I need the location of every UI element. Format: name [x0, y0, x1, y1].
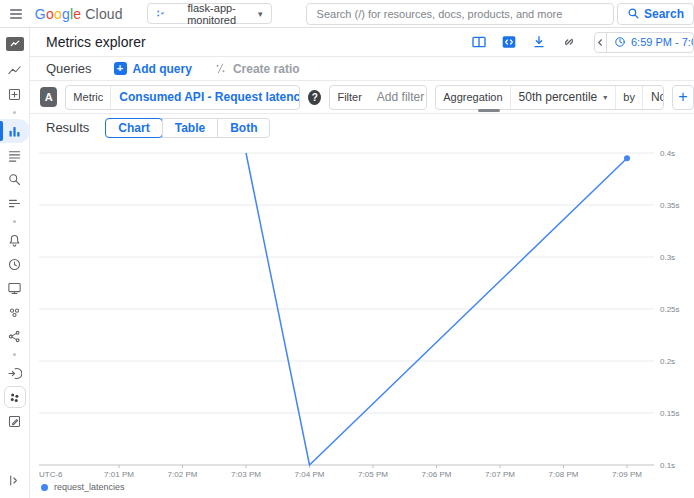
svg-text:0.3s: 0.3s: [660, 253, 675, 262]
add-query-button[interactable]: + Add query: [114, 62, 192, 76]
time-range-value: 6:59 PM - 7:0: [631, 36, 694, 48]
metric-field-group: Metric Consumed API - Request latencies …: [65, 85, 300, 110]
svg-text:7:09 PM: 7:09 PM: [612, 470, 642, 479]
uptime-checks-icon[interactable]: [0, 252, 30, 276]
search-icon: [627, 7, 640, 20]
log-search-icon[interactable]: [0, 167, 30, 191]
project-selector[interactable]: flask-app-monitored ▾: [147, 3, 272, 24]
header-actions: 6:59 PM - 7:0: [470, 32, 694, 53]
filter-field-group: Filter: [329, 85, 427, 110]
tab-both[interactable]: Both: [217, 119, 269, 137]
svg-text:0.1s: 0.1s: [660, 461, 675, 470]
metric-value: Consumed API - Request latencies: [119, 90, 300, 104]
latency-chart[interactable]: 0.4s0.35s0.3s0.25s0.2s0.15s0.1s7:01 PM7:…: [30, 141, 694, 498]
metric-label: Metric: [66, 86, 111, 109]
aggregation-value: 50th percentile: [519, 90, 598, 104]
queries-row: Queries + Add query Create ratio: [30, 57, 694, 81]
svg-text:0.25s: 0.25s: [660, 305, 680, 314]
services-apps-icon[interactable]: [0, 385, 30, 409]
separator-dot: [0, 215, 30, 228]
query-builder-row: A Metric Consumed API - Request latencie…: [30, 81, 694, 114]
chart-canvas[interactable]: 0.4s0.35s0.3s0.25s0.2s0.15s0.1s7:01 PM7:…: [30, 141, 693, 498]
project-icon: [156, 8, 165, 19]
create-ratio-label: Create ratio: [233, 62, 300, 76]
svg-text:7:04 PM: 7:04 PM: [295, 470, 325, 479]
dashboards-grid-icon[interactable]: [0, 82, 30, 106]
results-row: Results Chart Table Both: [30, 114, 694, 141]
time-back-chevron-icon[interactable]: [595, 33, 607, 52]
code-editor-icon[interactable]: [500, 34, 517, 51]
topbar: Google Cloud flask-app-monitored ▾ Searc…: [0, 0, 694, 28]
separator-dot: [0, 106, 30, 119]
aggregation-dropdown[interactable]: 50th percentile ▾: [511, 86, 617, 109]
search-bar[interactable]: [306, 3, 614, 25]
metrics-explorer-bars-icon[interactable]: [0, 119, 30, 143]
search-button-label: Search: [644, 7, 684, 21]
search-button[interactable]: Search: [617, 3, 694, 25]
get-link-icon[interactable]: [560, 34, 577, 51]
cloud-logo-word: Cloud: [85, 6, 123, 22]
metric-dropdown[interactable]: Consumed API - Request latencies ▾: [111, 86, 300, 109]
integrations-share-icon[interactable]: [0, 324, 30, 348]
alerting-bell-icon[interactable]: [0, 228, 30, 252]
google-cloud-logo: Google Cloud: [35, 6, 123, 22]
svg-text:0.4s: 0.4s: [660, 149, 675, 158]
create-ratio-icon: [214, 62, 227, 75]
search-input[interactable]: [315, 7, 605, 21]
page-title: Metrics explorer: [46, 34, 146, 50]
edit-config-icon[interactable]: [0, 409, 30, 433]
aggregation-label: Aggregation: [436, 86, 510, 109]
svg-text:0.15s: 0.15s: [660, 409, 680, 418]
results-title: Results: [46, 120, 89, 135]
tab-chart[interactable]: Chart: [105, 118, 162, 138]
group-by-dropdown[interactable]: None ▾: [642, 86, 664, 109]
svg-text:7:07 PM: 7:07 PM: [485, 470, 515, 479]
add-aggregation-button[interactable]: +: [672, 85, 694, 110]
svg-text:7:05 PM: 7:05 PM: [358, 470, 388, 479]
create-ratio-button: Create ratio: [214, 62, 300, 76]
legend-label: request_latencies: [54, 482, 125, 492]
svg-text:7:02 PM: 7:02 PM: [168, 470, 198, 479]
add-query-label: Add query: [133, 62, 192, 76]
google-logo-word: Google: [35, 6, 81, 22]
time-range-selector[interactable]: 6:59 PM - 7:0: [607, 36, 694, 48]
legend-item[interactable]: request_latencies: [41, 482, 125, 492]
aggregation-field-group: Aggregation 50th percentile ▾ by None ▾: [435, 85, 664, 110]
clock-icon: [614, 36, 626, 48]
split-view-icon[interactable]: [470, 34, 487, 51]
filter-label: Filter: [330, 86, 368, 109]
svg-text:7:06 PM: 7:06 PM: [422, 470, 452, 479]
chevron-down-icon: ▾: [258, 9, 263, 19]
monitoring-product-icon[interactable]: [0, 30, 30, 58]
svg-text:UTC-6: UTC-6: [39, 470, 63, 479]
by-label: by: [616, 86, 642, 109]
horizontal-scrollbar-thumb[interactable]: [478, 109, 500, 112]
separator-dot: [0, 348, 30, 361]
trace-lines-icon[interactable]: [0, 191, 30, 215]
page-header: Metrics explorer: [30, 28, 694, 57]
screen-dashboards-icon[interactable]: [0, 276, 30, 300]
chevron-down-icon: ▾: [603, 93, 607, 102]
download-icon[interactable]: [530, 34, 547, 51]
svg-text:7:08 PM: 7:08 PM: [549, 470, 579, 479]
menu-icon[interactable]: [6, 2, 27, 26]
groups-icon[interactable]: [0, 300, 30, 324]
detect-arrow-icon[interactable]: [0, 361, 30, 385]
overview-line-chart-icon[interactable]: [0, 58, 30, 82]
queries-title: Queries: [46, 61, 92, 76]
tab-table[interactable]: Table: [162, 119, 217, 137]
filter-input[interactable]: [369, 90, 427, 104]
svg-text:0.35s: 0.35s: [660, 201, 680, 210]
events-list-icon[interactable]: [0, 143, 30, 167]
time-range-group: 6:59 PM - 7:0: [594, 32, 694, 53]
add-plus-icon: +: [114, 62, 127, 75]
main-content: Metrics explorer: [30, 28, 694, 498]
svg-text:0.2s: 0.2s: [660, 357, 675, 366]
collapse-panel-icon[interactable]: [0, 468, 30, 492]
monitoring-sidebar: [0, 28, 30, 498]
results-view-tabs: Chart Table Both: [105, 118, 270, 138]
help-icon[interactable]: ?: [308, 90, 321, 105]
project-name: flask-app-monitored: [170, 2, 253, 26]
query-letter-badge[interactable]: A: [40, 87, 57, 107]
group-by-value: None: [651, 90, 664, 104]
